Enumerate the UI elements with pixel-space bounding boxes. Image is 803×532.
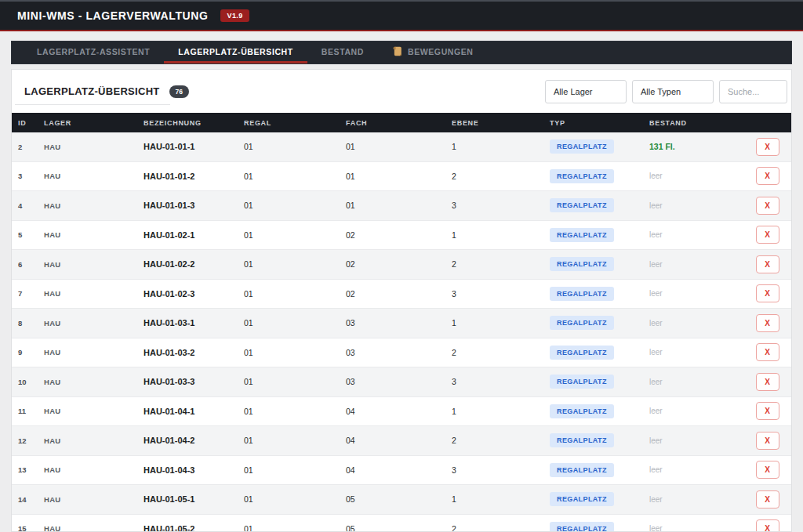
- col-lager: LAGER: [44, 119, 144, 127]
- type-badge: REGALPLATZ: [550, 433, 614, 447]
- cell-typ: REGALPLATZ: [550, 404, 649, 418]
- delete-button[interactable]: X: [756, 373, 779, 391]
- delete-button[interactable]: X: [756, 138, 779, 156]
- table-row[interactable]: 14 HAU HAU-01-05-1 01 05 1 REGALPLATZ le…: [12, 485, 791, 515]
- typ-filter-select[interactable]: Alle Typen: [632, 80, 714, 103]
- table-row[interactable]: 11 HAU HAU-01-04-1 01 04 1 REGALPLATZ le…: [12, 397, 791, 427]
- title-underline: [15, 104, 170, 105]
- delete-button[interactable]: X: [756, 519, 779, 532]
- cell-ebene: 3: [452, 377, 550, 386]
- delete-button[interactable]: X: [756, 226, 779, 244]
- type-badge: REGALPLATZ: [550, 463, 614, 477]
- cell-bestand: leer: [649, 407, 743, 415]
- cell-bezeichnung: HAU-01-04-2: [144, 436, 244, 445]
- type-badge: REGALPLATZ: [550, 198, 614, 212]
- tab-bewegungen[interactable]: BEWEGUNGEN: [378, 42, 488, 63]
- cell-bezeichnung: HAU-01-02-3: [144, 289, 244, 299]
- delete-button[interactable]: X: [756, 167, 779, 185]
- cell-bestand: leer: [649, 465, 743, 474]
- table-row[interactable]: 3 HAU HAU-01-01-2 01 01 2 REGALPLATZ lee…: [12, 162, 791, 192]
- table-row[interactable]: 4 HAU HAU-01-01-3 01 01 3 REGALPLATZ lee…: [12, 191, 791, 221]
- cell-regal: 01: [244, 377, 346, 386]
- cell-id: 5: [12, 230, 44, 239]
- delete-button[interactable]: X: [756, 255, 779, 273]
- cell-id: 10: [12, 378, 44, 386]
- table-row[interactable]: 5 HAU HAU-01-02-1 01 02 1 REGALPLATZ lee…: [12, 221, 791, 251]
- cell-actions: X: [743, 167, 791, 185]
- cell-regal: 01: [244, 465, 346, 475]
- cell-bestand: leer: [649, 289, 743, 298]
- cell-typ: REGALPLATZ: [550, 522, 649, 532]
- table-row[interactable]: 8 HAU HAU-01-03-1 01 03 1 REGALPLATZ lee…: [12, 309, 791, 338]
- cell-bestand: leer: [649, 524, 743, 532]
- cell-lager: HAU: [44, 495, 144, 504]
- type-badge: REGALPLATZ: [550, 346, 614, 360]
- cell-bestand: leer: [649, 348, 743, 356]
- cell-fach: 04: [346, 465, 452, 475]
- table-row[interactable]: 12 HAU HAU-01-04-2 01 04 2 REGALPLATZ le…: [12, 426, 791, 456]
- cell-bezeichnung: HAU-01-01-1: [144, 142, 244, 151]
- cell-ebene: 3: [452, 465, 550, 475]
- cell-actions: X: [743, 343, 791, 361]
- cell-fach: 01: [346, 142, 452, 151]
- version-badge: V1.9: [220, 9, 249, 22]
- cell-bestand: 131 Fl.: [649, 142, 743, 151]
- cell-lager: HAU: [44, 436, 144, 445]
- cell-ebene: 1: [452, 142, 550, 151]
- tab-lagerplatz-uebersicht[interactable]: LAGERPLATZ-ÜBERSICHT: [164, 42, 307, 63]
- tab-bar: LAGERPLATZ-ASSISTENT LAGERPLATZ-ÜBERSICH…: [11, 41, 792, 64]
- app-title: MINI-WMS - LAGERVERWALTUNG: [17, 9, 208, 22]
- cell-lager: HAU: [44, 465, 144, 474]
- cell-actions: X: [743, 461, 791, 479]
- tab-lagerplatz-assistent[interactable]: LAGERPLATZ-ASSISTENT: [23, 42, 164, 63]
- cell-actions: X: [743, 314, 791, 332]
- cell-ebene: 3: [452, 201, 550, 210]
- cell-typ: REGALPLATZ: [550, 139, 649, 154]
- table-row[interactable]: 10 HAU HAU-01-03-3 01 03 3 REGALPLATZ le…: [12, 367, 791, 397]
- cell-ebene: 3: [452, 289, 550, 299]
- delete-button[interactable]: X: [756, 402, 779, 420]
- cell-bestand: leer: [649, 495, 743, 504]
- table-row[interactable]: 6 HAU HAU-01-02-2 01 02 2 REGALPLATZ lee…: [12, 250, 791, 280]
- table-header: ID LAGER BEZEICHNUNG REGAL FACH EBENE TY…: [12, 113, 791, 132]
- cell-id: 3: [12, 172, 44, 180]
- delete-button[interactable]: X: [756, 197, 779, 215]
- cell-fach: 04: [346, 407, 452, 416]
- table-body: 2 HAU HAU-01-01-1 01 01 1 REGALPLATZ 131…: [12, 132, 791, 532]
- panel-title-group: LAGERPLATZ-ÜBERSICHT 76: [24, 85, 189, 98]
- cell-lager: HAU: [44, 378, 144, 386]
- cell-actions: X: [743, 490, 791, 508]
- cell-regal: 01: [244, 230, 346, 240]
- table-row[interactable]: 15 HAU HAU-01-05-2 01 05 2 REGALPLATZ le…: [12, 515, 791, 532]
- cell-actions: X: [743, 373, 791, 391]
- cell-id: 9: [12, 348, 44, 356]
- table-row[interactable]: 7 HAU HAU-01-02-3 01 02 3 REGALPLATZ lee…: [12, 280, 791, 309]
- cell-bestand: leer: [649, 378, 743, 386]
- cell-ebene: 1: [452, 494, 550, 504]
- cell-ebene: 1: [452, 230, 550, 240]
- delete-button[interactable]: X: [756, 490, 779, 508]
- table-row[interactable]: 9 HAU HAU-01-03-2 01 03 2 REGALPLATZ lee…: [12, 338, 791, 368]
- cell-typ: REGALPLATZ: [550, 198, 649, 212]
- cell-ebene: 2: [452, 172, 550, 181]
- search-input[interactable]: [719, 80, 787, 103]
- cell-fach: 01: [346, 201, 452, 210]
- table-row[interactable]: 2 HAU HAU-01-01-1 01 01 1 REGALPLATZ 131…: [12, 132, 791, 162]
- delete-button[interactable]: X: [756, 284, 779, 302]
- lager-filter-select[interactable]: Alle Lager: [545, 80, 627, 103]
- tab-bestand[interactable]: BESTAND: [307, 42, 378, 63]
- delete-button[interactable]: X: [756, 461, 779, 479]
- type-badge: REGALPLATZ: [550, 257, 614, 271]
- col-ebene: EBENE: [452, 119, 550, 127]
- cell-typ: REGALPLATZ: [550, 228, 649, 242]
- delete-button[interactable]: X: [756, 343, 779, 361]
- cell-id: 15: [12, 524, 44, 532]
- delete-button[interactable]: X: [756, 314, 779, 332]
- cell-fach: 05: [346, 524, 452, 532]
- col-regal: REGAL: [244, 119, 346, 127]
- delete-button[interactable]: X: [756, 432, 779, 450]
- type-badge: REGALPLATZ: [550, 375, 614, 389]
- cell-fach: 02: [346, 230, 452, 240]
- table-row[interactable]: 13 HAU HAU-01-04-3 01 04 3 REGALPLATZ le…: [12, 456, 791, 486]
- cell-actions: X: [743, 255, 791, 273]
